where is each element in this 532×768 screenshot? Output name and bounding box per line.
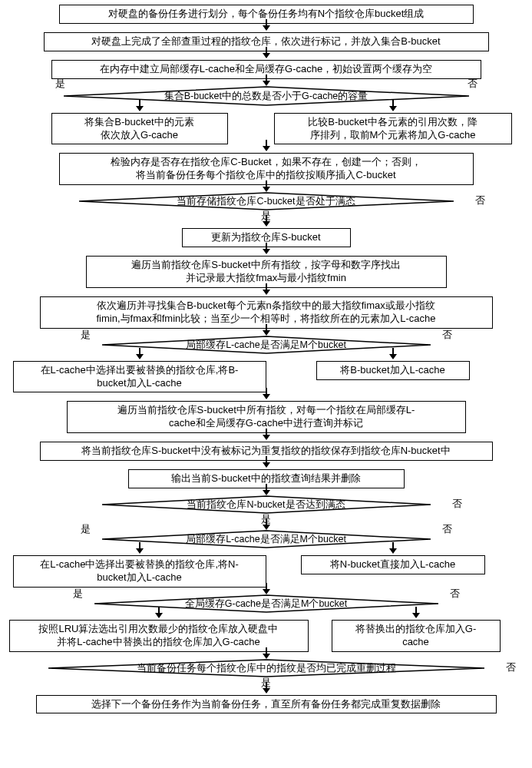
decision-lcache-m-bucket-2: 局部缓存L-cache是否满足M个bucket 是 否 [97,530,435,548]
no-label: 否 [442,328,452,342]
step-put-bbucket-gcache: 将集合B-bucket中的元素 依次放入G-cache [51,113,228,145]
decision-gcache-m-bucket: 全局缓存G-cache是否满足M个bucket 是 否 [90,594,443,613]
arrow-icon [263,589,270,594]
arrow-icon [389,548,397,554]
step-replace-lcache-n: 在L-cache中选择出要被替换的指纹仓库,将N- bucket加入L-cach… [13,555,266,588]
yes-label: 是 [73,587,83,601]
arrow-icon [263,187,270,192]
arrow-icon [136,106,144,111]
step-sort-refcount: 比较B-bucket中各元素的引用次数，降 序排列，取前M个元素将加入G-cac… [274,113,512,145]
no-label: 否 [468,77,477,91]
decision-all-dedup-done: 当前备份任务每个指纹仓库中的指纹是否均已完成重删过程 否 [44,659,489,677]
yes-label: 是 [81,328,91,342]
decision-lcache-m-bucket-1: 局部缓存L-cache是否满足M个bucket 是 否 [97,336,435,354]
yes-label: 是 [55,77,65,91]
decision-cbucket-full: 当前存储指纹仓库C-bucket是否处于满态 否 [74,192,458,210]
step-add-bbucket-lcache: 将B-bucket加入L-cache [316,361,470,380]
arrow-icon [263,654,270,659]
step-add-replaced-gcache: 将替换出的指纹仓库加入G- cache [332,620,501,652]
decision-nbucket-full: 当前指纹仓库N-bucket是否达到满态 否 [97,495,435,514]
arrow-icon [263,490,270,495]
step-add-nbucket-lcache: 将N-bucket直接加入L-cache [301,555,485,574]
arrow-icon [136,354,144,359]
arrow-icon [389,354,397,359]
arrow-icon [263,81,270,86]
yes-label: 是 [81,522,91,536]
decision-bbucket-lt-gcache: 集合B-bucket中的总数是否小于G-cache的容量 是 否 [59,86,474,106]
no-label: 否 [475,194,485,207]
no-label: 否 [442,522,452,536]
arrow-icon [155,613,163,618]
arrow-icon [263,394,270,399]
step-next-backup-task: 选择下一个备份任务作为当前备份任务，直至所有备份任务都完成重复数据删除 [36,695,497,714]
arrow-icon [263,330,270,336]
no-label: 否 [506,660,516,674]
arrow-icon [263,462,270,468]
arrow-icon [263,525,270,530]
no-label: 否 [452,497,462,511]
arrow-icon [389,106,397,111]
arrow-icon [263,435,270,440]
arrow-icon [412,613,420,618]
arrow-icon [263,290,270,295]
arrow-icon [263,221,270,227]
step-replace-lcache-b: 在L-cache中选择出要被替换的指纹仓库,将B- bucket加入L-cach… [13,361,266,393]
arrow-icon [263,53,270,58]
arrow-icon [263,25,270,31]
step-lru-replace: 按照LRU算法选出引用次数最少的指纹仓库放入硬盘中 并将L-cache中替换出的… [9,620,309,652]
arrow-icon [263,688,270,694]
flowchart-root: 对硬盘的备份任务进行划分，每个备份任务均有N个指纹仓库bucket组成 对硬盘上… [3,3,529,715]
arrow-icon [263,146,270,151]
arrow-icon [136,548,144,554]
no-label: 否 [450,587,460,601]
arrow-icon [263,249,270,254]
